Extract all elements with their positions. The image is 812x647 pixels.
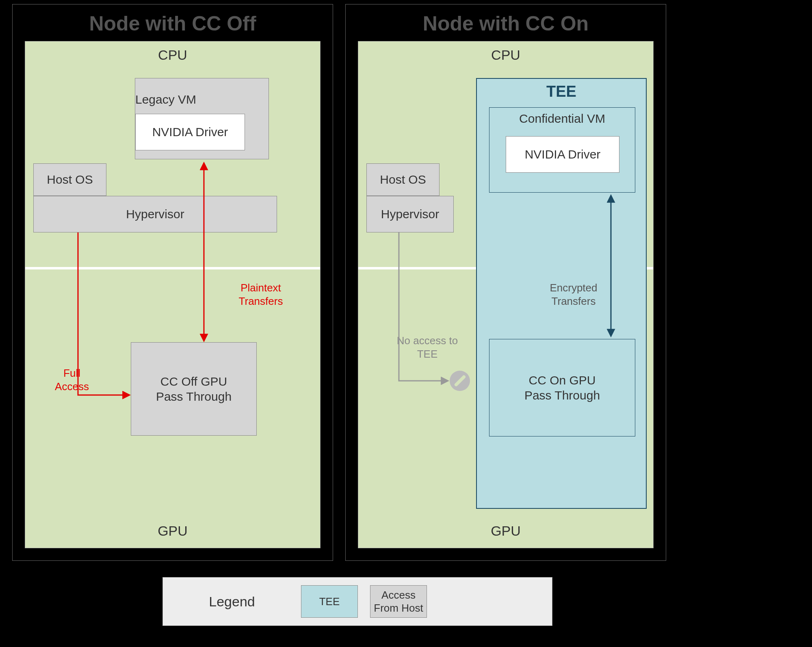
host-os-label: Host OS bbox=[47, 173, 93, 187]
encrypted-label: Encrypted Transfers bbox=[537, 281, 610, 308]
cc-on-gpu-box: CC On GPU Pass Through bbox=[489, 339, 635, 436]
hypervisor-label-r: Hypervisor bbox=[381, 207, 439, 221]
cc-off-gpu-label: CC Off GPU Pass Through bbox=[147, 374, 240, 404]
nvidia-driver-label: NVIDIA Driver bbox=[152, 124, 228, 140]
legend-tee-label: TEE bbox=[319, 595, 340, 608]
nvidia-driver-box-r: NVIDIA Driver bbox=[506, 136, 619, 173]
full-access-label: Full Access bbox=[45, 367, 98, 393]
hypervisor-box-r: Hypervisor bbox=[366, 196, 454, 232]
legacy-vm-title: Legacy VM bbox=[135, 92, 196, 107]
legend-tee-swatch: TEE bbox=[301, 585, 358, 618]
node-title-on: Node with CC On bbox=[346, 4, 666, 43]
no-access-label: No access to TEE bbox=[391, 334, 464, 360]
host-os-box: Host OS bbox=[33, 163, 106, 196]
host-os-label-r: Host OS bbox=[380, 173, 426, 187]
hypervisor-label: Hypervisor bbox=[126, 207, 184, 221]
plaintext-label: Plaintext Transfers bbox=[224, 281, 297, 308]
nvidia-driver-box: NVIDIA Driver bbox=[135, 114, 245, 150]
hypervisor-box: Hypervisor bbox=[33, 196, 277, 232]
node-title-off: Node with CC Off bbox=[13, 4, 333, 43]
cpu-label: CPU bbox=[25, 47, 320, 63]
legend-title: Legend bbox=[175, 594, 289, 610]
cpu-label-r: CPU bbox=[358, 47, 653, 63]
cc-on-gpu-label: CC On GPU Pass Through bbox=[515, 373, 609, 403]
cpu-gpu-divider bbox=[25, 267, 320, 269]
gpu-label: GPU bbox=[25, 523, 320, 539]
no-access-icon bbox=[450, 371, 470, 391]
cc-off-gpu-box: CC Off GPU Pass Through bbox=[131, 342, 257, 436]
confidential-vm-box: Confidential VM NVIDIA Driver bbox=[489, 107, 635, 193]
gpu-label-r: GPU bbox=[358, 523, 653, 539]
legend-host-label: Access From Host bbox=[370, 588, 427, 615]
legend: Legend TEE Access From Host bbox=[162, 577, 552, 626]
nvidia-driver-label-r: NVIDIA Driver bbox=[525, 148, 601, 161]
legend-host-swatch: Access From Host bbox=[370, 585, 427, 618]
node-cc-off: Node with CC Off CPU GPU Host OS Hypervi… bbox=[12, 4, 333, 561]
panel-off: CPU GPU Host OS Hypervisor Legacy VM NVI… bbox=[25, 41, 320, 548]
legacy-vm-box: Legacy VM NVIDIA Driver bbox=[135, 78, 269, 159]
node-cc-on: Node with CC On CPU GPU Host OS Hypervis… bbox=[345, 4, 666, 561]
tee-title: TEE bbox=[477, 83, 646, 100]
host-os-box-r: Host OS bbox=[366, 163, 440, 196]
panel-on: CPU GPU Host OS Hypervisor TEE Confident… bbox=[358, 41, 654, 548]
confidential-vm-title: Confidential VM bbox=[489, 112, 635, 126]
